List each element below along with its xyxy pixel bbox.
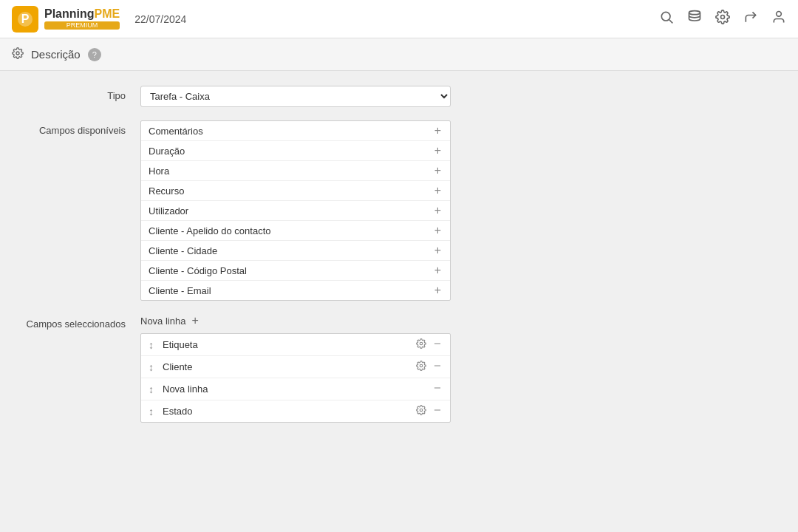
svg-point-8 bbox=[16, 52, 19, 55]
drag-handle-icon[interactable]: ↕ bbox=[149, 406, 154, 417]
svg-point-6 bbox=[721, 16, 725, 19]
app-header: P Planning PME PREMIUM 22/07/2024 bbox=[0, 0, 798, 38]
selected-field-label: Estado bbox=[163, 406, 410, 417]
remove-field-button[interactable] bbox=[432, 383, 443, 395]
available-field-item: Duração+ bbox=[141, 141, 450, 161]
selected-field-actions bbox=[416, 338, 443, 351]
user-icon[interactable] bbox=[771, 10, 786, 28]
add-field-button[interactable]: + bbox=[433, 205, 443, 216]
available-field-label: Recurso bbox=[149, 185, 184, 197]
header-date: 22/07/2024 bbox=[134, 13, 186, 25]
tipo-label: Tipo bbox=[22, 86, 140, 101]
help-icon[interactable]: ? bbox=[88, 48, 101, 61]
svg-point-14 bbox=[420, 409, 423, 412]
available-field-label: Cliente - Email bbox=[149, 285, 211, 296]
header-actions bbox=[659, 10, 786, 28]
remove-field-button[interactable] bbox=[432, 405, 443, 417]
selected-field-item: ↕Nova linha bbox=[141, 378, 450, 400]
add-field-button[interactable]: + bbox=[433, 225, 443, 236]
logo: P Planning PME PREMIUM bbox=[12, 6, 120, 33]
available-field-label: Cliente - Cidade bbox=[149, 245, 217, 256]
selected-field-label: Nova linha bbox=[163, 383, 426, 395]
database-icon[interactable] bbox=[687, 10, 702, 28]
svg-point-5 bbox=[689, 11, 700, 15]
selected-field-actions bbox=[416, 405, 443, 417]
svg-point-9 bbox=[420, 342, 423, 345]
selected-field-actions bbox=[416, 361, 443, 373]
add-field-button[interactable]: + bbox=[433, 145, 443, 157]
available-field-item: Cliente - Cidade+ bbox=[141, 241, 450, 261]
add-field-button[interactable]: + bbox=[433, 165, 443, 177]
logo-premium: PREMIUM bbox=[44, 21, 120, 30]
svg-point-11 bbox=[420, 364, 423, 367]
available-field-label: Cliente - Código Postal bbox=[149, 265, 247, 276]
selected-field-actions bbox=[432, 383, 443, 395]
available-field-label: Cliente - Apelido do contacto bbox=[149, 225, 271, 236]
logo-text: Planning PME PREMIUM bbox=[44, 8, 120, 30]
selected-fields-list: ↕Etiqueta ↕Cliente ↕Nova linha ↕Estado bbox=[140, 333, 451, 423]
selected-header: Nova linha + bbox=[140, 314, 451, 327]
add-field-button[interactable]: + bbox=[433, 185, 443, 197]
svg-point-3 bbox=[661, 12, 670, 21]
add-nova-linha-button[interactable]: + bbox=[191, 314, 198, 327]
logo-pme: PME bbox=[95, 8, 120, 20]
campos-seleccionados-control: Nova linha + ↕Etiqueta ↕Cliente ↕Nova li… bbox=[140, 314, 451, 423]
available-field-item: Cliente - Apelido do contacto+ bbox=[141, 221, 450, 241]
available-field-item: Comentários+ bbox=[141, 121, 450, 141]
campos-disponiveis-control: Comentários+Duração+Hora+Recurso+Utiliza… bbox=[140, 120, 451, 301]
gear-icon[interactable] bbox=[715, 10, 730, 28]
add-field-button[interactable]: + bbox=[433, 125, 443, 137]
nova-linha-header-label: Nova linha bbox=[140, 316, 185, 327]
campos-disponiveis-label: Campos disponíveis bbox=[22, 120, 140, 136]
add-field-button[interactable]: + bbox=[433, 265, 443, 276]
selected-field-item: ↕Cliente bbox=[141, 356, 450, 378]
campos-disponiveis-row: Campos disponíveis Comentários+Duração+H… bbox=[22, 120, 776, 301]
available-field-item: Hora+ bbox=[141, 161, 450, 181]
sub-header: Descrição ? bbox=[0, 38, 798, 71]
selected-field-label: Etiqueta bbox=[163, 339, 410, 350]
available-field-item: Cliente - Email+ bbox=[141, 281, 450, 300]
campos-seleccionados-row: Campos seleccionados Nova linha + ↕Etiqu… bbox=[22, 314, 776, 423]
field-settings-button[interactable] bbox=[416, 405, 426, 417]
tipo-row: Tipo Tarefa - Caixa Tarefa Caixa bbox=[22, 86, 776, 107]
selected-field-item: ↕Etiqueta bbox=[141, 334, 450, 356]
field-settings-button[interactable] bbox=[416, 361, 426, 373]
page-title: Descrição bbox=[31, 48, 81, 61]
tipo-control: Tarefa - Caixa Tarefa Caixa bbox=[140, 86, 451, 107]
svg-line-4 bbox=[669, 20, 673, 24]
add-field-button[interactable]: + bbox=[433, 284, 443, 296]
drag-handle-icon[interactable]: ↕ bbox=[149, 339, 154, 351]
available-field-label: Hora bbox=[149, 166, 169, 177]
main-content: Tipo Tarefa - Caixa Tarefa Caixa Campos … bbox=[0, 71, 798, 529]
share-icon[interactable] bbox=[743, 10, 758, 28]
tipo-select[interactable]: Tarefa - Caixa Tarefa Caixa bbox=[140, 86, 451, 107]
available-field-item: Cliente - Código Postal+ bbox=[141, 261, 450, 281]
svg-point-7 bbox=[777, 12, 782, 17]
logo-icon: P bbox=[12, 6, 38, 33]
available-field-label: Comentários bbox=[149, 126, 203, 137]
logo-planning: Planning bbox=[44, 8, 95, 20]
add-field-button[interactable]: + bbox=[433, 245, 443, 256]
available-field-label: Utilizador bbox=[149, 205, 188, 216]
available-field-label: Duração bbox=[149, 146, 185, 157]
campos-seleccionados-label: Campos seleccionados bbox=[22, 314, 140, 330]
available-field-item: Recurso+ bbox=[141, 181, 450, 201]
remove-field-button[interactable] bbox=[432, 361, 443, 373]
available-fields-list: Comentários+Duração+Hora+Recurso+Utiliza… bbox=[140, 120, 451, 301]
drag-handle-icon[interactable]: ↕ bbox=[149, 383, 154, 395]
svg-text:P: P bbox=[21, 13, 30, 25]
selected-field-item: ↕Estado bbox=[141, 400, 450, 422]
remove-field-button[interactable] bbox=[432, 338, 443, 351]
search-icon[interactable] bbox=[659, 10, 674, 28]
field-settings-button[interactable] bbox=[416, 338, 426, 351]
drag-handle-icon[interactable]: ↕ bbox=[149, 361, 154, 373]
available-field-item: Utilizador+ bbox=[141, 201, 450, 221]
settings-sub-icon bbox=[12, 47, 24, 61]
selected-field-label: Cliente bbox=[163, 361, 410, 372]
